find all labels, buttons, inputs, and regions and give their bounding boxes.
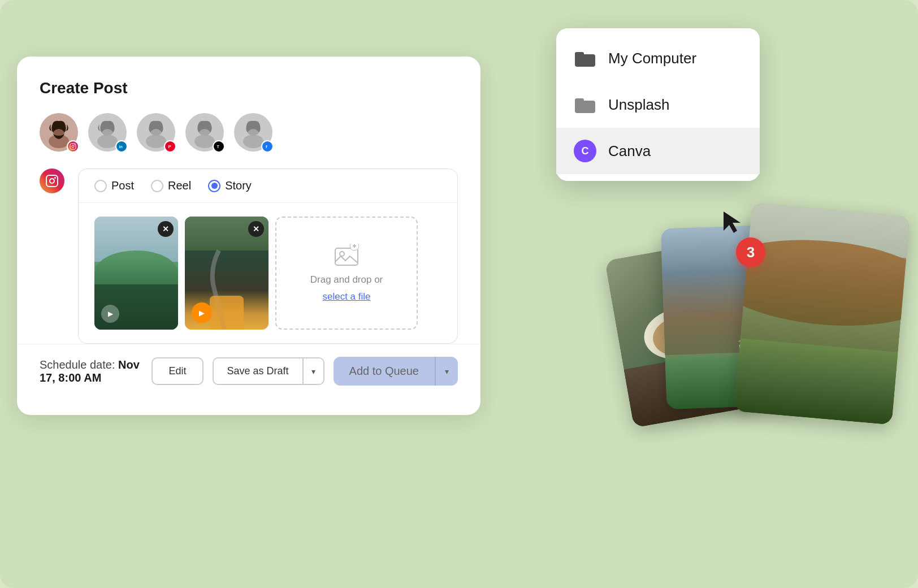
create-post-card: Create Post xyxy=(17,57,480,415)
svg-point-9 xyxy=(74,145,75,146)
svg-text:in: in xyxy=(119,145,123,149)
radio-reel-label: Reel xyxy=(168,179,191,192)
close-thumb-1-button[interactable]: ✕ xyxy=(158,221,174,237)
platform-section: Post Reel Story xyxy=(40,168,458,344)
edit-button[interactable]: Edit xyxy=(151,357,203,385)
add-to-queue-button[interactable]: Add to Queue xyxy=(334,357,435,386)
play-thumb-1-button[interactable]: ▶ xyxy=(101,305,119,323)
folder-icon xyxy=(573,46,597,70)
media-thumb-2: ✕ ▶ xyxy=(185,217,269,330)
source-item-computer[interactable]: My Computer xyxy=(556,35,760,81)
save-draft-button[interactable]: Save as Draft xyxy=(214,358,302,384)
svg-rect-7 xyxy=(70,144,76,149)
svg-point-27 xyxy=(50,179,54,183)
badge-count: 3 xyxy=(747,244,755,261)
bottom-bar: Schedule date: Nov 17, 8:00 AM Edit Save… xyxy=(17,344,480,398)
svg-point-23 xyxy=(243,135,263,148)
radio-post-circle xyxy=(94,180,107,192)
radio-story[interactable]: Story xyxy=(208,179,252,192)
post-type-tabs: Post Reel Story xyxy=(79,169,457,203)
unsplash-folder-icon xyxy=(573,93,597,116)
svg-rect-1 xyxy=(575,52,584,58)
linkedin-badge: in xyxy=(115,140,128,153)
add-to-queue-group: Add to Queue ▾ xyxy=(334,357,458,386)
svg-rect-26 xyxy=(46,175,58,187)
svg-point-15 xyxy=(146,135,166,148)
radio-reel-circle xyxy=(151,180,163,192)
pinterest-badge: P xyxy=(164,140,176,153)
instagram-platform-indicator xyxy=(40,168,64,193)
upload-link[interactable]: select a file xyxy=(322,291,370,302)
close-thumb-2-button[interactable]: ✕ xyxy=(248,221,264,237)
source-item-canva[interactable]: C Canva xyxy=(556,128,760,174)
radio-story-circle xyxy=(208,180,220,192)
avatar-instagram[interactable] xyxy=(40,113,79,153)
source-label-unsplash: Unsplash xyxy=(608,96,669,114)
tiktok-badge: T xyxy=(213,140,225,153)
avatar-facebook[interactable]: f xyxy=(234,113,274,153)
upload-zone[interactable]: Drag and drop or select a file xyxy=(275,217,418,330)
page-title: Create Post xyxy=(40,79,458,97)
instagram-badge xyxy=(67,140,79,153)
upload-text: Drag and drop or xyxy=(310,274,383,286)
svg-rect-3 xyxy=(575,98,584,104)
selection-count-badge: 3 xyxy=(736,237,765,267)
save-draft-dropdown[interactable]: ▾ xyxy=(302,358,323,384)
floating-card-hills xyxy=(734,203,910,425)
upload-icon xyxy=(334,244,359,269)
canva-icon: C xyxy=(573,139,597,163)
save-draft-group: Save as Draft ▾ xyxy=(213,357,324,385)
source-label-canva: Canva xyxy=(608,142,651,160)
source-menu-card: My Computer Unsplash C Canva xyxy=(556,28,760,181)
radio-post[interactable]: Post xyxy=(94,179,134,192)
play-thumb-2-button[interactable]: ▶ xyxy=(192,302,212,323)
svg-text:P: P xyxy=(168,144,172,149)
media-area: ✕ ▶ ✕ ▶ xyxy=(79,203,457,343)
avatars-row: in P xyxy=(40,113,458,153)
post-content-box: Post Reel Story xyxy=(78,168,458,344)
source-label-computer: My Computer xyxy=(608,50,696,67)
avatar-tiktok[interactable]: T xyxy=(185,113,225,153)
radio-story-label: Story xyxy=(225,179,252,192)
schedule-label: Schedule date: xyxy=(40,358,115,371)
svg-point-30 xyxy=(340,252,344,256)
queue-dropdown[interactable]: ▾ xyxy=(435,357,458,386)
svg-point-28 xyxy=(54,177,56,179)
cursor-arrow xyxy=(720,209,743,239)
svg-point-11 xyxy=(97,135,118,148)
svg-point-8 xyxy=(72,145,74,148)
svg-text:f: f xyxy=(266,144,267,149)
radio-reel[interactable]: Reel xyxy=(151,179,191,192)
source-item-unsplash[interactable]: Unsplash xyxy=(556,81,760,128)
avatar-linkedin[interactable]: in xyxy=(88,113,128,153)
avatar-pinterest[interactable]: P xyxy=(137,113,176,153)
media-thumb-1: ✕ ▶ xyxy=(94,217,178,330)
facebook-badge: f xyxy=(261,140,274,153)
radio-post-label: Post xyxy=(111,179,134,192)
svg-point-19 xyxy=(194,135,215,148)
schedule-text: Schedule date: Nov 17, 8:00 AM xyxy=(40,358,142,384)
floating-images-area xyxy=(618,181,901,418)
svg-text:T: T xyxy=(217,145,220,149)
